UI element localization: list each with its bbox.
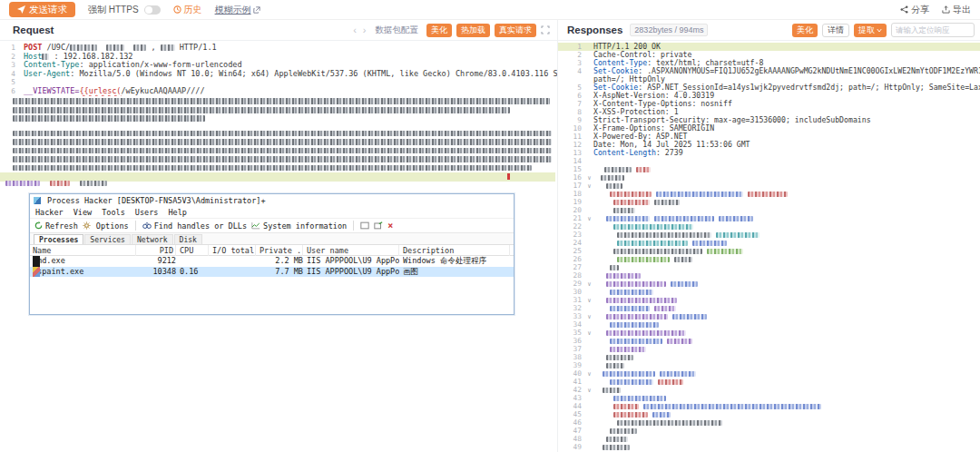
response-code-line: 27 — [558, 263, 980, 271]
response-code-line: 47 — [558, 427, 980, 435]
response-code-line: 37 — [558, 345, 980, 353]
menu-tools[interactable]: Tools — [102, 208, 125, 217]
response-code-line: 31∨ — [558, 296, 980, 304]
force-https-toggle[interactable] — [144, 5, 161, 15]
response-code-line: 5Set-Cookie: ASP.NET_SessionId=a14ys1wjk… — [558, 84, 980, 92]
response-code-line: 30 — [558, 288, 980, 296]
tab-services[interactable]: Services — [84, 234, 131, 244]
response-code-line: 43 — [558, 394, 980, 402]
fuzzer-toolbar: 发送请求 强制 HTTPS 历史 模糊示例 分享 导出 — [0, 0, 980, 20]
response-code-line: 12Date: Mon, 14 Jul 2025 11:53:06 GMT — [558, 141, 980, 149]
response-code-line: 23 — [558, 231, 980, 239]
options-button[interactable]: Options — [83, 221, 129, 231]
toolbar-separator — [135, 221, 136, 231]
response-code-line: 46 — [558, 418, 980, 427]
fold-arrow-icon[interactable]: ∨ — [585, 370, 593, 378]
response-code-line: 24 — [558, 239, 980, 247]
process-hacker-titlebar[interactable]: Process Hacker [DESKTOP-FNSA5V3\Administ… — [30, 194, 514, 207]
process-row[interactable]: ∨cmd.exe92122.2 MBIIS APPPOOL\U9 AppPool… — [30, 256, 514, 267]
history-button[interactable]: 历史 — [173, 4, 202, 16]
new-window-icon[interactable] — [374, 221, 383, 230]
history-next-button[interactable]: › — [362, 25, 368, 35]
tab-disk[interactable]: Disk — [174, 234, 202, 244]
response-code-line: 3Content-Type: text/html; charset=utf-8 — [558, 59, 980, 67]
response-code-line: 22 — [558, 222, 980, 231]
system-information-button[interactable]: System information — [251, 221, 347, 231]
response-code-line: 15 — [558, 165, 980, 173]
share-icon — [900, 5, 908, 14]
request-editor[interactable]: 1POST /U9C/ , HTTP/1.12Host: 192.168.182… — [0, 41, 557, 452]
send-request-button[interactable]: 发送请求 — [9, 2, 75, 17]
column-header-name[interactable]: Name — [33, 245, 136, 256]
history-prev-button[interactable]: ‹ — [352, 25, 358, 35]
refresh-button[interactable]: Refresh — [34, 221, 78, 231]
fold-arrow-icon[interactable]: ∨ — [585, 174, 593, 182]
response-code-line: 17∨ — [558, 182, 980, 190]
fuzz-example-link[interactable]: 模糊示例 — [215, 4, 260, 16]
process-hacker-app-icon — [34, 197, 41, 204]
response-code-line: 33∨ — [558, 312, 980, 320]
fold-arrow-icon[interactable]: ∨ — [585, 387, 593, 394]
request-code-line: 1POST /U9C/ , HTTP/1.1 — [0, 44, 557, 53]
force-https-label: 强制 HTTPS — [88, 4, 139, 16]
request-code-line: 5 — [0, 78, 557, 87]
response-editor[interactable]: 1HTTP/1.1 200 OK2Cache-Control: private3… — [557, 41, 980, 452]
refresh-icon — [34, 221, 43, 230]
response-search-input[interactable] — [891, 23, 975, 37]
response-detail-button[interactable]: 详情 — [822, 24, 849, 37]
export-button[interactable]: 导出 — [942, 4, 971, 16]
fullscreen-icon[interactable] — [541, 25, 550, 34]
extract-dropdown-button[interactable]: 提取 — [854, 24, 887, 37]
response-code-line: 8X-XSS-Protection: 1 — [558, 108, 980, 116]
column-header-user-name[interactable]: User name — [307, 245, 399, 256]
process-hacker-toolbar: Refresh Options Find handles or DLLs Sys… — [30, 218, 514, 233]
fold-arrow-icon[interactable]: ∨ — [585, 182, 593, 190]
tab-processes[interactable]: Processes — [34, 234, 83, 244]
response-panel-header: Responses 2832bytes / 994ms 美化 详情 提取 — [557, 20, 980, 41]
menu-help[interactable]: Help — [168, 208, 186, 217]
fold-arrow-icon[interactable]: ∨ — [585, 297, 593, 304]
process-hacker-title: Process Hacker [DESKTOP-FNSA5V3\Administ… — [47, 196, 266, 205]
response-code-line: 19 — [558, 198, 980, 206]
fold-arrow-icon[interactable]: ∨ — [585, 215, 593, 222]
column-header-pid[interactable]: PID — [138, 245, 176, 256]
beautify-request-button[interactable]: 美化 — [426, 24, 452, 37]
request-code-line: 2Host: 192.168.182.132 — [0, 53, 557, 62]
menu-hacker[interactable]: Hacker — [35, 208, 64, 217]
process-row[interactable]: mspaint.exe103480.167.7 MBIIS APPPOOL\U9… — [30, 267, 514, 278]
request-code-line: 4User-Agent: Mozilla/5.0 (Windows NT 10.… — [0, 70, 557, 79]
window-icon[interactable] — [360, 221, 369, 230]
column-header-private-[interactable]: Private ... — [260, 245, 303, 256]
menu-view[interactable]: View — [74, 208, 92, 217]
column-header-description[interactable]: Description — [403, 245, 510, 256]
tab-network[interactable]: Network — [132, 234, 173, 244]
response-code-line: 32 — [558, 304, 980, 312]
beautify-response-button[interactable]: 美化 — [792, 24, 818, 37]
response-code-line: 6X-AspNet-Version: 4.0.30319 — [558, 92, 980, 100]
share-button[interactable]: 分享 — [900, 4, 929, 16]
menu-users[interactable]: Users — [135, 208, 159, 217]
real-request-button[interactable]: 真实请求 — [495, 24, 536, 37]
fold-arrow-icon[interactable]: ∨ — [585, 280, 593, 288]
response-code-line: 42∨ — [558, 386, 980, 394]
hot-reload-button[interactable]: 热加载 — [456, 24, 490, 37]
find-handles-button[interactable]: Find handles or DLLs — [142, 221, 247, 231]
request-code-line: 3Content-Type: application/x-www-form-ur… — [0, 61, 557, 70]
request-panel-header: Request ‹ › 数据包配置 美化 热加载 真实请求 — [0, 20, 557, 41]
close-icon[interactable]: × — [387, 221, 393, 230]
response-size-time-badge: 2832bytes / 994ms — [630, 24, 708, 36]
censored-text-row — [13, 148, 552, 154]
response-code-line: 45 — [558, 410, 980, 418]
response-code-line: 16∨ — [558, 173, 980, 182]
column-header-i-o-total-[interactable]: I/O total... — [212, 245, 256, 256]
response-code-line: 49 — [558, 443, 980, 451]
censored-text-row — [13, 156, 552, 162]
column-header-cpu[interactable]: CPU — [180, 245, 209, 256]
fold-arrow-icon[interactable]: ∨ — [585, 329, 593, 337]
response-code-line: 1HTTP/1.1 200 OK — [558, 43, 980, 51]
response-code-line: 39 — [558, 361, 980, 369]
clock-icon — [173, 5, 181, 14]
response-code-line: 26 — [558, 255, 980, 263]
fold-arrow-icon[interactable]: ∨ — [585, 313, 593, 320]
censored-text-row — [13, 165, 532, 172]
